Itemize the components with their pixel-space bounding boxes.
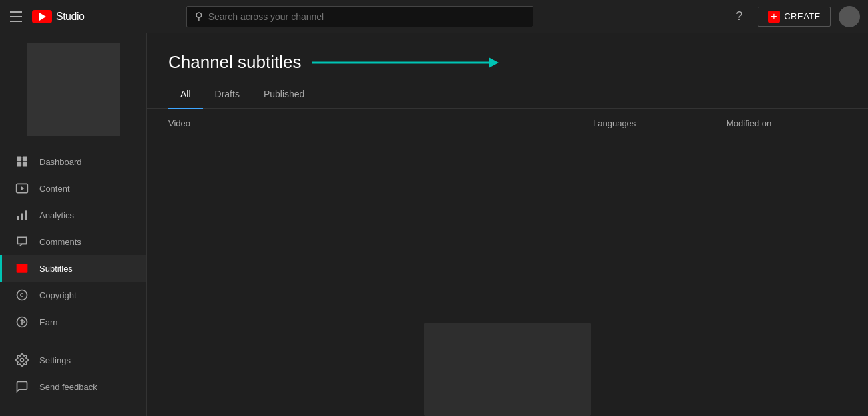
top-navigation: Studio ⚲ ? + CREATE	[0, 0, 868, 33]
page-header: Channel subtitles	[147, 33, 868, 73]
sidebar-item-comments[interactable]: Comments	[0, 228, 146, 255]
tab-all[interactable]: All	[168, 81, 203, 109]
tabs-bar: All Drafts Published	[147, 81, 868, 109]
sidebar-item-subtitles[interactable]: Subtitles	[0, 255, 146, 282]
main-layout: Dashboard Content	[0, 33, 868, 416]
sidebar-divider	[0, 341, 146, 341]
svg-rect-11	[23, 267, 26, 268]
content-icon	[15, 182, 29, 195]
studio-text: Studio	[56, 11, 84, 23]
comments-icon	[15, 235, 29, 248]
sidebar-item-feedback[interactable]: Send feedback	[0, 373, 146, 400]
tab-published[interactable]: Published	[252, 81, 317, 109]
create-plus-icon: +	[768, 11, 780, 23]
sidebar-item-copyright[interactable]: C Copyright	[0, 282, 146, 308]
col-modified-header: Modified on	[726, 118, 847, 128]
tab-drafts[interactable]: Drafts	[203, 81, 252, 109]
youtube-icon	[32, 10, 52, 23]
svg-rect-2	[17, 162, 22, 167]
svg-rect-0	[17, 157, 22, 162]
col-video-header: Video	[168, 118, 593, 128]
svg-text:C: C	[20, 292, 24, 298]
hamburger-menu[interactable]	[8, 9, 24, 25]
empty-state-thumbnail	[424, 323, 591, 416]
sidebar-item-settings[interactable]: Settings	[0, 347, 146, 373]
youtube-studio-logo[interactable]: Studio	[32, 10, 84, 23]
search-bar: ⚲	[186, 6, 533, 27]
svg-point-18	[21, 359, 24, 362]
svg-rect-6	[17, 216, 19, 220]
sidebar-item-dashboard[interactable]: Dashboard	[0, 148, 146, 175]
sidebar-item-content[interactable]: Content	[0, 175, 146, 202]
sidebar-nav: Dashboard Content	[0, 148, 146, 400]
svg-rect-3	[23, 162, 27, 167]
subtitles-icon	[15, 262, 29, 275]
content-area: Channel subtitles All Drafts Published V…	[147, 33, 868, 416]
avatar[interactable]	[839, 6, 860, 27]
col-languages-header: Languages	[593, 118, 726, 128]
dashboard-icon	[15, 155, 29, 168]
arrow-indicator	[312, 53, 499, 73]
svg-marker-5	[21, 186, 24, 191]
settings-icon	[15, 353, 29, 367]
table-body	[147, 138, 868, 416]
nav-right: ? + CREATE	[728, 6, 860, 27]
channel-avatar	[27, 43, 120, 136]
create-button[interactable]: + CREATE	[758, 7, 831, 27]
sidebar-item-earn[interactable]: Earn	[0, 308, 146, 335]
sidebar-item-analytics[interactable]: Analytics	[0, 202, 146, 228]
table-header: Video Languages Modified on	[147, 109, 868, 138]
copyright-icon: C	[15, 288, 29, 302]
svg-rect-13	[21, 270, 26, 271]
sidebar: Dashboard Content	[0, 33, 147, 416]
help-button[interactable]: ?	[728, 6, 750, 27]
svg-rect-12	[18, 270, 20, 271]
feedback-icon	[15, 380, 29, 393]
earn-icon	[15, 315, 29, 329]
svg-rect-1	[23, 157, 27, 162]
analytics-icon	[15, 208, 29, 222]
page-title: Channel subtitles	[168, 52, 301, 73]
svg-rect-9	[17, 264, 28, 272]
svg-rect-7	[21, 214, 23, 220]
svg-rect-10	[18, 267, 21, 268]
search-input[interactable]	[208, 11, 525, 22]
search-icon: ⚲	[195, 10, 203, 23]
svg-marker-20	[489, 57, 499, 68]
svg-rect-8	[25, 210, 27, 220]
